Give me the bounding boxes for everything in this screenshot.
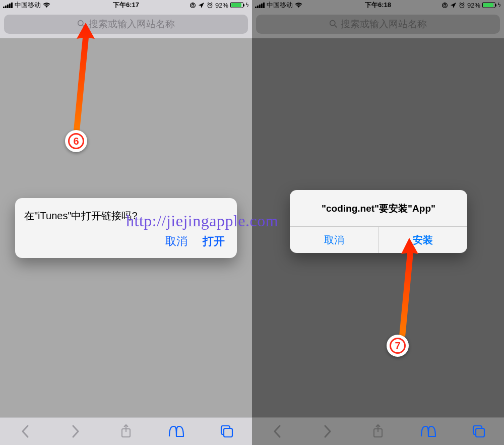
signal-icon [3,3,13,8]
clock-label: 下午6:17 [113,1,139,10]
orientation-lock-icon [442,2,448,9]
dialog-message: 在"iTunes"中打开链接吗? [15,198,237,234]
address-bar-area: 搜索或输入网站名称 [252,10,504,38]
svg-line-11 [335,25,337,27]
search-icon [77,20,86,28]
clock-label: 下午6:18 [365,1,391,10]
open-button[interactable]: 打开 [203,234,225,249]
dialog-message: "coding.net"要安装"App" [290,190,467,226]
orientation-lock-icon [190,2,196,9]
forward-button[interactable] [318,421,338,441]
svg-line-3 [83,25,85,27]
address-bar-area: 搜索或输入网站名称 [0,10,252,38]
svg-point-2 [78,21,83,26]
battery-icon [482,2,495,8]
search-icon [329,20,338,28]
install-button[interactable]: 安装 [379,227,468,253]
back-button[interactable] [15,421,35,441]
annotation-number: 7 [390,338,406,354]
charging-icon: ϟ [245,2,249,9]
battery-pct-label: 92% [215,2,228,9]
alarm-icon [207,2,213,9]
cancel-button[interactable]: 取消 [290,227,379,253]
back-button[interactable] [267,421,287,441]
install-app-dialog: "coding.net"要安装"App" 取消 安装 [290,190,467,253]
svg-rect-15 [476,428,484,437]
svg-point-0 [191,3,196,8]
tabs-button[interactable] [469,421,489,441]
address-placeholder: 搜索或输入网站名称 [89,18,175,31]
safari-toolbar [252,417,504,445]
annotation-badge-7: 7 [387,335,409,357]
cancel-button[interactable]: 取消 [165,234,187,249]
status-bar: 中国移动 下午6:17 92% ϟ [0,0,252,10]
carrier-label: 中国移动 [267,1,293,10]
share-button[interactable] [116,421,136,441]
charging-icon: ϟ [497,2,501,9]
status-bar: 中国移动 下午6:18 92% ϟ [252,0,504,10]
share-button[interactable] [368,421,388,441]
carrier-label: 中国移动 [15,1,41,10]
annotation-badge-6: 6 [65,130,87,152]
address-placeholder: 搜索或输入网站名称 [341,18,427,31]
wifi-icon [295,3,302,8]
bookmarks-button[interactable] [418,421,438,441]
alarm-icon [459,2,465,9]
wifi-icon [43,3,50,8]
battery-pct-label: 92% [467,2,480,9]
itunes-open-dialog: 在"iTunes"中打开链接吗? 取消 打开 [15,198,237,258]
safari-toolbar [0,417,252,445]
svg-point-10 [330,21,335,26]
battery-icon [230,2,243,8]
forward-button[interactable] [66,421,86,441]
svg-rect-7 [224,428,232,437]
location-icon [450,2,457,9]
address-bar[interactable]: 搜索或输入网站名称 [4,15,248,34]
location-icon [198,2,205,9]
address-bar[interactable]: 搜索或输入网站名称 [256,15,500,34]
svg-point-8 [443,3,448,8]
annotation-number: 6 [68,133,84,149]
bookmarks-button[interactable] [166,421,186,441]
signal-icon [255,3,265,8]
tabs-button[interactable] [217,421,237,441]
